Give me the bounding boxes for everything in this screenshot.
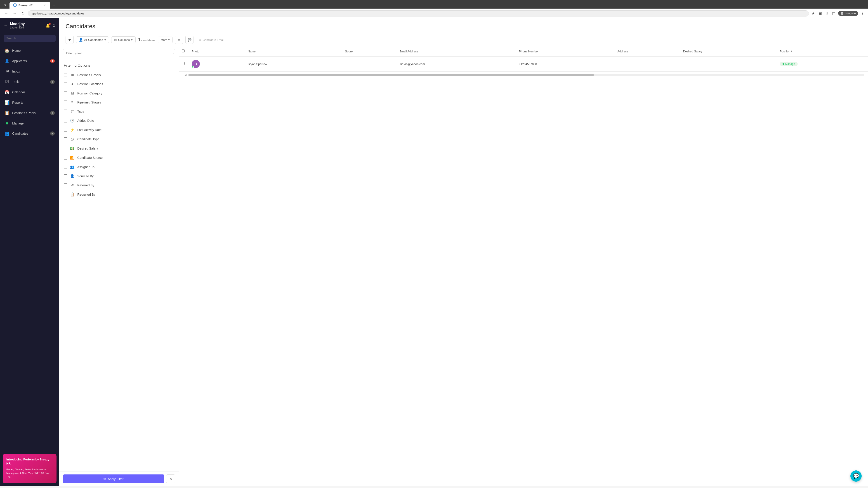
settings-icon[interactable]: ⚙ <box>53 24 56 28</box>
filter-checkbox-pipeline-stages[interactable] <box>64 101 67 104</box>
bookmark-btn[interactable]: ★ <box>811 10 816 17</box>
filter-checkbox-position-locations[interactable] <box>64 82 67 86</box>
scrollbar-thumb[interactable] <box>188 74 594 76</box>
filter-option-candidate-type[interactable]: ◎ Candidate Type <box>59 134 179 144</box>
sidebar-item-tasks[interactable]: ☑ Tasks + <box>0 76 59 87</box>
clear-filter-btn[interactable]: ✕ <box>166 475 175 483</box>
apply-filter-btn[interactable]: ⧉ Apply Filter <box>63 475 164 483</box>
avatar-letter: B <box>195 62 197 66</box>
filter-checkbox-position-category[interactable] <box>64 92 67 95</box>
forward-btn[interactable]: → <box>11 10 18 17</box>
filter-checkbox-desired-salary[interactable] <box>64 147 67 150</box>
sidebar-item-inbox[interactable]: ✉ Inbox <box>0 66 59 76</box>
filter-option-last-activity-date[interactable]: ⚡ Last Activity Date <box>59 125 179 134</box>
reports-icon: 📊 <box>4 100 9 105</box>
sidebar-item-reports[interactable]: 📊 Reports <box>0 97 59 108</box>
filter-checkbox-candidate-source[interactable] <box>64 156 67 160</box>
filter-checkbox-tags[interactable] <box>64 109 67 113</box>
promo-block[interactable]: Introducing Perform by Breezy HR Faster,… <box>3 454 57 483</box>
back-btn[interactable]: ← <box>3 10 9 17</box>
select-all-checkbox[interactable] <box>182 50 185 53</box>
message-btn[interactable]: 💬 <box>185 36 193 44</box>
scrollbar-track[interactable] <box>188 74 864 76</box>
sidebar-item-label: Manager <box>12 122 55 125</box>
filter-checkbox-assigned-to[interactable] <box>64 165 67 169</box>
filter-option-positions-pools[interactable]: ⊞ Positions / Pools <box>59 70 179 79</box>
col-phone[interactable]: Phone Number <box>515 46 614 57</box>
more-chevron: ▾ <box>168 38 170 41</box>
positions-pools-icon: ⊞ <box>70 73 74 77</box>
splitscreen-btn[interactable]: ◫ <box>831 10 836 17</box>
sidebar-item-positions-pools[interactable]: 📋 Positions / Pools + <box>0 108 59 118</box>
filter-option-label: Pipeline / Stages <box>77 101 101 104</box>
row-salary-col <box>680 57 776 71</box>
columns-dropdown[interactable]: ⊞ Columns ▾ <box>111 36 135 43</box>
sidebar-item-home[interactable]: 🏠 Home <box>0 45 59 56</box>
message-icon: 💬 <box>188 38 191 41</box>
filter-checkbox-added-date[interactable] <box>64 119 67 123</box>
sidebar-item-manager[interactable]: Manager <box>0 118 59 128</box>
more-btn[interactable]: More ▾ <box>158 37 173 43</box>
chat-widget-btn[interactable]: 💬 <box>850 470 862 482</box>
filter-checkbox-positions-pools[interactable] <box>64 73 67 77</box>
filter-option-recruited-by[interactable]: 📋 Recruited By <box>59 190 179 199</box>
sidebar-item-applicants[interactable]: 👤 Applicants 1 <box>0 56 59 66</box>
col-email[interactable]: Email Address <box>396 46 515 57</box>
filter-option-sourced-by[interactable]: 👤 Sourced By <box>59 171 179 181</box>
all-candidates-dropdown[interactable]: 👤 All Candidates ▾ <box>76 36 109 43</box>
row-checkbox[interactable] <box>182 62 185 65</box>
tab-expand-btn[interactable]: ▼ <box>2 2 8 8</box>
filter-icon: ⧉ <box>103 477 106 481</box>
pipeline-stages-icon: ≡ <box>70 100 74 104</box>
all-candidates-label: All Candidates <box>84 38 103 41</box>
filter-option-desired-salary[interactable]: 💵 Desired Salary <box>59 144 179 153</box>
filter-toggle-btn[interactable] <box>66 36 74 44</box>
sidebar-item-calendar[interactable]: 📅 Calendar <box>0 87 59 97</box>
sidebar-back-btn[interactable]: ← <box>4 23 8 28</box>
tab-close-btn[interactable]: ✕ <box>42 3 46 7</box>
filter-option-label: Position Locations <box>77 82 103 86</box>
notification-icon[interactable]: 🔔 <box>46 24 50 28</box>
count-label: candidates <box>141 39 156 42</box>
col-salary[interactable]: Desired Salary <box>680 46 776 57</box>
filter-checkbox-sourced-by[interactable] <box>64 174 67 178</box>
col-score[interactable]: Score <box>341 46 396 57</box>
delete-btn[interactable]: 🗑 <box>175 36 183 44</box>
address-bar[interactable]: app.breezy.hr/app/c/moodjoy/candidates <box>28 10 809 17</box>
email-btn[interactable]: ✉ Candidate Email <box>196 37 227 43</box>
table-row[interactable]: B Bryan Sparrow 123ab@yahoo.com <box>179 57 868 71</box>
filter-option-assigned-to[interactable]: 👥 Assigned To <box>59 162 179 171</box>
download-btn[interactable]: ⇓ <box>825 10 829 17</box>
filter-checkbox-referred-by[interactable] <box>64 184 67 187</box>
filter-option-candidate-source[interactable]: 📶 Candidate Source <box>59 153 179 162</box>
sidebar-item-label: Applicants <box>12 59 48 63</box>
scroll-left-btn[interactable]: ◀ <box>183 73 188 76</box>
filter-option-referred-by[interactable]: 👁 Referred By <box>59 181 179 190</box>
filter-option-position-category[interactable]: ⊟ Position Category <box>59 89 179 98</box>
clear-icon: ✕ <box>169 477 172 481</box>
filter-option-added-date[interactable]: 🕐 Added Date <box>59 116 179 125</box>
notification-dot <box>49 23 51 25</box>
extensions-btn[interactable]: ▣ <box>817 10 823 17</box>
col-address[interactable]: Address <box>614 46 680 57</box>
active-tab[interactable]: Breezy HR ✕ <box>9 2 50 8</box>
sidebar-item-candidates[interactable]: 👥 Candidates + <box>0 128 59 139</box>
new-tab-btn[interactable]: + <box>51 2 57 8</box>
search-input[interactable] <box>4 35 56 42</box>
menu-btn[interactable]: ⋮ <box>860 10 865 17</box>
col-position[interactable]: Position / <box>776 46 868 57</box>
content-area: ▲ Filtering Options ⊞ Positions / Pools <box>59 46 868 486</box>
table-body: B Bryan Sparrow 123ab@yahoo.com <box>179 57 868 71</box>
reload-btn[interactable]: ↻ <box>20 10 26 17</box>
sidebar-item-label: Positions / Pools <box>12 111 48 115</box>
filter-text-input[interactable] <box>63 49 175 57</box>
filter-checkbox-recruited-by[interactable] <box>64 193 67 196</box>
filter-option-pipeline-stages[interactable]: ≡ Pipeline / Stages <box>59 98 179 107</box>
col-name[interactable]: Name <box>244 46 341 57</box>
filter-checkbox-last-activity-date[interactable] <box>64 128 67 132</box>
sidebar-header: ← Moodjoy Lauren Dell 🔔 ⚙ <box>0 18 59 32</box>
filter-options-title: Filtering Options <box>64 64 90 67</box>
filter-option-position-locations[interactable]: ● Position Locations <box>59 79 179 89</box>
filter-checkbox-candidate-type[interactable] <box>64 137 67 141</box>
filter-option-tags[interactable]: 🏷 Tags <box>59 107 179 116</box>
